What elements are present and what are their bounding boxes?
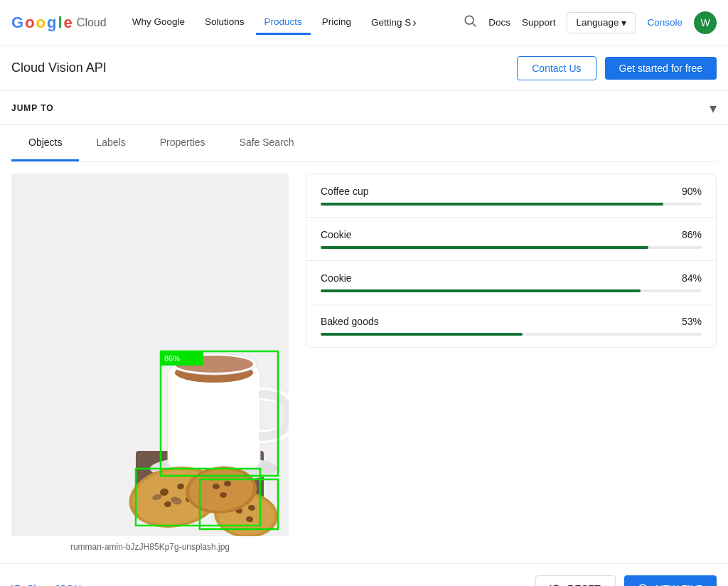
nav-links: Why Google Solutions Products Pricing Ge…	[124, 11, 452, 35]
chevron-right-icon: ›	[412, 16, 416, 29]
get-started-button[interactable]: Get started for free	[605, 57, 717, 80]
logo-o2: o	[36, 14, 46, 32]
results-panel: Coffee cup 90% Cookie 86% Cookie 84% Bak…	[306, 174, 717, 552]
nav-getting-started[interactable]: Getting S ›	[363, 11, 425, 35]
results-card: Coffee cup 90% Cookie 86% Cookie 84% Bak…	[306, 174, 717, 348]
nav-products[interactable]: Products	[256, 11, 311, 35]
bottom-right-buttons: RESET NEW FILE	[535, 575, 717, 586]
result-label-2: Cookie	[321, 272, 352, 284]
result-item: Cookie 84%	[306, 261, 716, 304]
logo-area[interactable]: G o o g l e Cloud	[11, 14, 107, 32]
result-bar-fill-1	[321, 246, 648, 249]
jump-to-chevron-icon[interactable]: ▾	[710, 100, 717, 117]
nav-pricing[interactable]: Pricing	[314, 11, 360, 35]
console-link[interactable]: Console	[647, 17, 682, 28]
contact-us-button[interactable]: Contact Us	[517, 56, 596, 80]
search-button[interactable]	[457, 8, 483, 37]
result-bar-bg-1	[321, 246, 702, 249]
result-item: Cookie 86%	[306, 218, 716, 261]
reset-button[interactable]: RESET	[535, 575, 616, 586]
cloud-text: Cloud	[77, 16, 107, 29]
result-label-0: Coffee cup	[321, 186, 368, 197]
subheader-right: Contact Us Get started for free	[517, 56, 717, 80]
docs-link[interactable]: Docs	[488, 17, 510, 28]
result-bar-fill-0	[321, 203, 663, 206]
nav-solutions[interactable]: Solutions	[196, 11, 253, 35]
logo-e: e	[64, 14, 73, 32]
svg-text:86%: 86%	[164, 354, 180, 363]
support-link[interactable]: Support	[522, 17, 555, 28]
svg-point-24	[213, 484, 220, 489]
demo-image: 86%	[11, 174, 289, 536]
image-panel: 86% rumman-amin-bJzJH85Kp7g-unsplash.jpg	[11, 174, 289, 552]
result-bar-fill-3	[321, 333, 523, 336]
page-title: Cloud Vision API	[11, 60, 107, 75]
result-label-3: Baked goods	[321, 316, 379, 327]
svg-point-0	[466, 16, 474, 24]
user-avatar[interactable]: W	[694, 11, 717, 34]
result-pct-2: 84%	[682, 272, 702, 284]
logo-g: G	[11, 14, 23, 32]
result-pct-1: 86%	[682, 229, 702, 240]
subheader: Cloud Vision API Contact Us Get started …	[0, 46, 728, 91]
tabs: Objects Labels Properties Safe Search	[11, 125, 717, 162]
show-json-button[interactable]: Show JSON ▾	[11, 583, 90, 586]
result-label-1: Cookie	[321, 229, 352, 240]
chevron-down-icon: ▾	[621, 17, 626, 28]
show-json-chevron-icon: ▾	[85, 583, 90, 586]
google-logo: G o o g l e	[11, 14, 73, 32]
top-nav: G o o g l e Cloud Why Google Solutions P…	[0, 0, 728, 46]
language-button[interactable]: Language ▾	[567, 12, 636, 33]
nav-right: Docs Support Language ▾ Console W	[488, 11, 717, 34]
svg-point-25	[224, 481, 231, 486]
logo-o1: o	[25, 14, 34, 32]
svg-line-1	[473, 23, 476, 27]
bottom-actions: Show JSON ▾ RESET NEW FILE	[0, 563, 728, 586]
result-bar-bg-2	[321, 289, 702, 292]
result-bar-bg-3	[321, 333, 702, 336]
tab-safe-search[interactable]: Safe Search	[223, 125, 311, 161]
result-bar-bg-0	[321, 203, 702, 206]
jump-to-label: JUMP TO	[11, 103, 54, 113]
refresh-icon	[11, 583, 23, 586]
new-file-button[interactable]: NEW FILE	[624, 575, 717, 586]
result-item: Coffee cup 90%	[306, 174, 716, 218]
tab-labels[interactable]: Labels	[79, 125, 142, 161]
image-filename: rumman-amin-bJzJH85Kp7g-unsplash.jpg	[70, 542, 230, 552]
result-pct-0: 90%	[682, 186, 702, 197]
jump-to-bar[interactable]: JUMP TO ▾	[0, 91, 728, 125]
upload-icon	[638, 583, 650, 586]
tab-objects[interactable]: Objects	[11, 125, 79, 161]
result-pct-3: 53%	[682, 316, 702, 327]
result-item: Baked goods 53%	[306, 304, 716, 347]
svg-point-26	[220, 492, 227, 498]
reset-icon	[550, 583, 562, 586]
main-content: Objects Labels Properties Safe Search	[0, 125, 728, 563]
logo-g2: g	[47, 14, 56, 32]
nav-why-google[interactable]: Why Google	[124, 11, 193, 35]
result-bar-fill-2	[321, 289, 641, 292]
demo-area: 86% rumman-amin-bJzJH85Kp7g-unsplash.jpg…	[11, 162, 717, 563]
tab-properties[interactable]: Properties	[143, 125, 223, 161]
image-container: 86%	[11, 174, 289, 536]
logo-l: l	[58, 14, 62, 32]
